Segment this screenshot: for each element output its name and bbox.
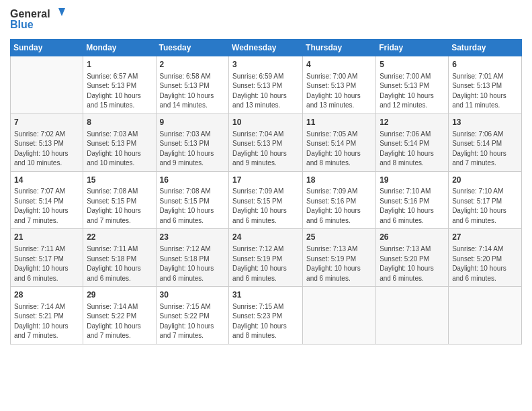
day-number: 22 — [87, 232, 152, 243]
weekday-row: SundayMondayTuesdayWednesdayThursdayFrid… — [11, 40, 522, 56]
calendar-cell — [449, 287, 522, 345]
day-number: 23 — [160, 232, 226, 243]
day-info: Sunrise: 7:06 AMSunset: 5:14 PMDaylight:… — [452, 130, 518, 169]
day-info: Sunrise: 7:06 AMSunset: 5:14 PMDaylight:… — [380, 130, 445, 169]
weekday-header: Thursday — [303, 40, 376, 56]
calendar-cell: 26Sunrise: 7:13 AMSunset: 5:20 PMDayligh… — [376, 229, 449, 287]
weekday-header: Wednesday — [229, 40, 303, 56]
day-info: Sunrise: 7:11 AMSunset: 5:17 PMDaylight:… — [14, 244, 79, 283]
calendar-body: 1Sunrise: 6:57 AMSunset: 5:13 PMDaylight… — [11, 56, 522, 345]
day-info: Sunrise: 7:09 AMSunset: 5:15 PMDaylight:… — [232, 187, 299, 226]
weekday-header: Sunday — [11, 40, 83, 56]
main-container: GeneralBlue SundayMondayTuesdayWednesday… — [0, 0, 532, 411]
day-info: Sunrise: 6:57 AMSunset: 5:13 PMDaylight:… — [87, 72, 152, 111]
calendar-cell: 5Sunrise: 7:00 AMSunset: 5:13 PMDaylight… — [376, 56, 449, 114]
calendar-cell — [303, 287, 376, 345]
calendar-cell: 17Sunrise: 7:09 AMSunset: 5:15 PMDayligh… — [229, 171, 303, 229]
day-number: 28 — [14, 289, 79, 301]
day-info: Sunrise: 6:59 AMSunset: 5:13 PMDaylight:… — [232, 72, 299, 111]
weekday-header: Saturday — [449, 40, 522, 56]
day-number: 3 — [232, 59, 299, 71]
day-number: 30 — [160, 289, 226, 301]
calendar-cell: 22Sunrise: 7:11 AMSunset: 5:18 PMDayligh… — [83, 229, 156, 287]
calendar-cell: 15Sunrise: 7:08 AMSunset: 5:15 PMDayligh… — [83, 171, 156, 229]
calendar-cell: 7Sunrise: 7:02 AMSunset: 5:13 PMDaylight… — [11, 113, 83, 171]
svg-text:Blue: Blue — [10, 19, 34, 30]
day-info: Sunrise: 7:10 AMSunset: 5:17 PMDaylight:… — [452, 187, 518, 226]
day-number: 20 — [452, 175, 518, 186]
day-number: 4 — [306, 59, 372, 71]
calendar-week-row: 21Sunrise: 7:11 AMSunset: 5:17 PMDayligh… — [11, 229, 522, 287]
day-number: 25 — [306, 232, 372, 243]
calendar-week-row: 7Sunrise: 7:02 AMSunset: 5:13 PMDaylight… — [11, 113, 522, 171]
svg-text:General: General — [10, 8, 50, 19]
day-info: Sunrise: 7:05 AMSunset: 5:14 PMDaylight:… — [306, 130, 372, 169]
calendar-cell: 9Sunrise: 7:03 AMSunset: 5:13 PMDaylight… — [156, 113, 229, 171]
day-number: 31 — [232, 289, 299, 301]
day-info: Sunrise: 7:15 AMSunset: 5:22 PMDaylight:… — [160, 302, 226, 341]
calendar-cell: 6Sunrise: 7:01 AMSunset: 5:13 PMDaylight… — [449, 56, 522, 114]
day-info: Sunrise: 7:01 AMSunset: 5:13 PMDaylight:… — [452, 72, 518, 111]
day-info: Sunrise: 7:07 AMSunset: 5:14 PMDaylight:… — [14, 187, 79, 226]
day-info: Sunrise: 7:13 AMSunset: 5:19 PMDaylight:… — [306, 244, 372, 283]
day-info: Sunrise: 7:14 AMSunset: 5:20 PMDaylight:… — [452, 244, 518, 283]
logo-svg: GeneralBlue — [10, 7, 71, 34]
day-number: 12 — [380, 117, 445, 128]
day-number: 13 — [452, 117, 518, 128]
calendar-cell: 31Sunrise: 7:15 AMSunset: 5:23 PMDayligh… — [229, 287, 303, 345]
calendar-cell: 21Sunrise: 7:11 AMSunset: 5:17 PMDayligh… — [11, 229, 83, 287]
calendar-cell: 18Sunrise: 7:09 AMSunset: 5:16 PMDayligh… — [303, 171, 376, 229]
day-number: 26 — [380, 232, 445, 243]
day-number: 24 — [232, 232, 299, 243]
calendar-cell: 13Sunrise: 7:06 AMSunset: 5:14 PMDayligh… — [449, 113, 522, 171]
day-info: Sunrise: 7:00 AMSunset: 5:13 PMDaylight:… — [306, 72, 372, 111]
calendar-header: SundayMondayTuesdayWednesdayThursdayFrid… — [11, 40, 522, 56]
calendar-cell — [376, 287, 449, 345]
day-number: 19 — [380, 175, 445, 186]
calendar-cell: 4Sunrise: 7:00 AMSunset: 5:13 PMDaylight… — [303, 56, 376, 114]
calendar-cell: 8Sunrise: 7:03 AMSunset: 5:13 PMDaylight… — [83, 113, 156, 171]
day-info: Sunrise: 7:08 AMSunset: 5:15 PMDaylight:… — [160, 187, 226, 226]
day-info: Sunrise: 7:03 AMSunset: 5:13 PMDaylight:… — [160, 130, 226, 169]
day-number: 10 — [232, 117, 299, 128]
calendar-cell: 12Sunrise: 7:06 AMSunset: 5:14 PMDayligh… — [376, 113, 449, 171]
day-number: 5 — [380, 59, 445, 71]
calendar-cell: 11Sunrise: 7:05 AMSunset: 5:14 PMDayligh… — [303, 113, 376, 171]
logo: GeneralBlue — [10, 7, 71, 34]
calendar-cell: 25Sunrise: 7:13 AMSunset: 5:19 PMDayligh… — [303, 229, 376, 287]
day-number: 17 — [232, 175, 299, 186]
day-number: 6 — [452, 59, 518, 71]
calendar-cell: 27Sunrise: 7:14 AMSunset: 5:20 PMDayligh… — [449, 229, 522, 287]
svg-marker-2 — [58, 8, 65, 16]
day-number: 2 — [160, 59, 226, 71]
day-number: 21 — [14, 232, 79, 243]
day-number: 11 — [306, 117, 372, 128]
calendar-cell: 23Sunrise: 7:12 AMSunset: 5:18 PMDayligh… — [156, 229, 229, 287]
calendar-week-row: 14Sunrise: 7:07 AMSunset: 5:14 PMDayligh… — [11, 171, 522, 229]
day-info: Sunrise: 7:15 AMSunset: 5:23 PMDaylight:… — [232, 302, 299, 341]
day-number: 27 — [452, 232, 518, 243]
header: GeneralBlue — [10, 7, 522, 34]
weekday-header: Friday — [376, 40, 449, 56]
calendar-cell: 3Sunrise: 6:59 AMSunset: 5:13 PMDaylight… — [229, 56, 303, 114]
day-number: 8 — [87, 117, 152, 128]
day-number: 14 — [14, 175, 79, 186]
calendar-table: SundayMondayTuesdayWednesdayThursdayFrid… — [10, 39, 522, 345]
calendar-cell: 14Sunrise: 7:07 AMSunset: 5:14 PMDayligh… — [11, 171, 83, 229]
calendar-cell: 28Sunrise: 7:14 AMSunset: 5:21 PMDayligh… — [11, 287, 83, 345]
weekday-header: Tuesday — [156, 40, 229, 56]
day-number: 15 — [87, 175, 152, 186]
calendar-week-row: 1Sunrise: 6:57 AMSunset: 5:13 PMDaylight… — [11, 56, 522, 114]
day-info: Sunrise: 7:12 AMSunset: 5:19 PMDaylight:… — [232, 244, 299, 283]
calendar-cell: 29Sunrise: 7:14 AMSunset: 5:22 PMDayligh… — [83, 287, 156, 345]
day-info: Sunrise: 7:14 AMSunset: 5:21 PMDaylight:… — [14, 302, 79, 341]
day-number: 29 — [87, 289, 152, 301]
weekday-header: Monday — [83, 40, 156, 56]
calendar-cell: 24Sunrise: 7:12 AMSunset: 5:19 PMDayligh… — [229, 229, 303, 287]
day-info: Sunrise: 7:03 AMSunset: 5:13 PMDaylight:… — [87, 130, 152, 169]
calendar-cell: 16Sunrise: 7:08 AMSunset: 5:15 PMDayligh… — [156, 171, 229, 229]
calendar-cell: 20Sunrise: 7:10 AMSunset: 5:17 PMDayligh… — [449, 171, 522, 229]
day-info: Sunrise: 7:12 AMSunset: 5:18 PMDaylight:… — [160, 244, 226, 283]
day-number: 9 — [160, 117, 226, 128]
day-info: Sunrise: 7:08 AMSunset: 5:15 PMDaylight:… — [87, 187, 152, 226]
